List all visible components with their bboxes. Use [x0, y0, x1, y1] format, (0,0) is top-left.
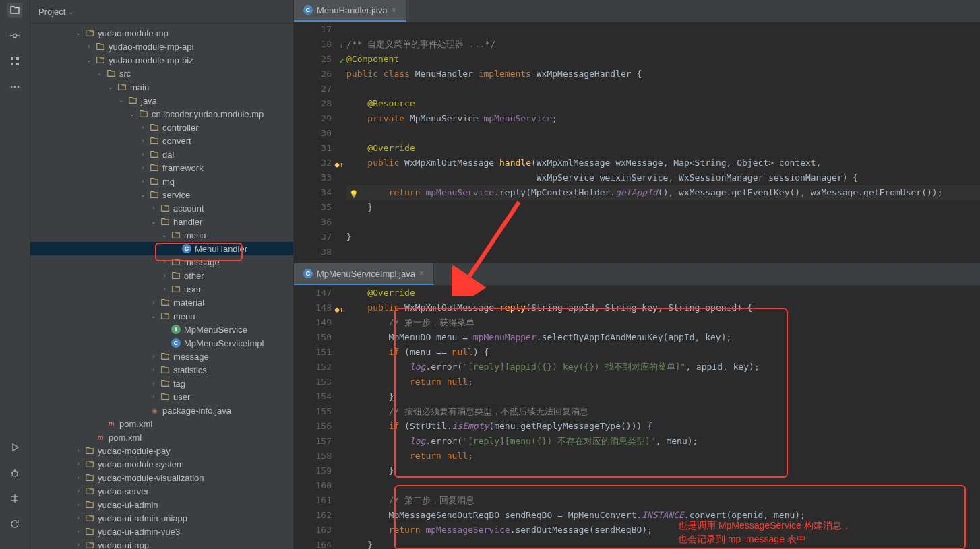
- tree-label: user: [173, 392, 190, 402]
- tree-row[interactable]: ›yudao-module-visualization: [30, 471, 293, 484]
- tab-mpmenuserviceimpl[interactable]: C MpMenuServiceImpl.java ×: [294, 263, 434, 285]
- tree-row[interactable]: ›yudao-ui-admin-vue3: [30, 525, 293, 538]
- folder-icon: [160, 351, 171, 362]
- more-icon[interactable]: [7, 79, 22, 94]
- editor-area: C MenuHandler.java × 1718›25✔26272829303…: [294, 0, 980, 549]
- tree-row[interactable]: ⌄service: [30, 188, 293, 201]
- class-icon: C: [303, 5, 313, 15]
- svg-rect-3: [11, 63, 13, 65]
- project-view-icon[interactable]: [7, 3, 22, 18]
- tree-row[interactable]: ⌄yudao-module-mp-biz: [30, 53, 293, 67]
- folder-icon: [84, 472, 95, 483]
- tree-row[interactable]: ›controller: [30, 121, 293, 134]
- tree-label: pom.xml: [119, 419, 152, 429]
- project-tree[interactable]: ⌄yudao-module-mp›yudao-module-mp-api⌄yud…: [30, 24, 293, 549]
- build-icon[interactable]: [7, 491, 22, 506]
- folder-icon: [84, 499, 95, 510]
- tree-row[interactable]: ›yudao-module-pay: [30, 444, 293, 457]
- tree-label: other: [184, 271, 204, 281]
- tree-row[interactable]: ›yudao-ui-app: [30, 538, 293, 549]
- code-editor-bottom[interactable]: 147148●↑14915015115215315415515615715815…: [294, 286, 980, 549]
- tree-label: yudao-module-visualization: [98, 473, 204, 483]
- tree-label: handler: [173, 217, 202, 227]
- tree-row[interactable]: CMpMenuServiceImpl: [30, 336, 293, 350]
- folder-icon: [84, 540, 95, 549]
- folder-icon: [117, 82, 127, 92]
- project-header[interactable]: Project ⌄: [30, 0, 293, 24]
- svg-rect-1: [11, 57, 13, 60]
- tree-row[interactable]: ›yudao-ui-admin-uniapp: [30, 511, 293, 525]
- debug-icon[interactable]: [7, 465, 22, 480]
- tree-row[interactable]: ›material: [30, 296, 293, 309]
- tree-label: MenuHandler: [195, 244, 247, 254]
- tree-row[interactable]: ⌄menu: [30, 309, 293, 323]
- svg-point-0: [13, 34, 17, 38]
- tree-row[interactable]: mpom.xml: [30, 430, 293, 444]
- folder-icon: [138, 108, 149, 119]
- java-file-icon: ◉: [149, 405, 160, 416]
- tree-row[interactable]: ›statistics: [30, 363, 293, 377]
- tab-menuhandler[interactable]: C MenuHandler.java ×: [294, 0, 406, 22]
- close-icon[interactable]: ×: [392, 5, 396, 15]
- svg-point-9: [12, 471, 18, 476]
- tree-row[interactable]: ⌄src: [30, 67, 293, 80]
- tree-row[interactable]: ›user: [30, 282, 293, 296]
- tree-label: pom.xml: [109, 432, 142, 443]
- folder-icon: [127, 95, 138, 106]
- tree-label: user: [184, 284, 201, 294]
- refresh-icon[interactable]: [7, 517, 22, 531]
- svg-point-5: [11, 86, 13, 88]
- folder-icon: [171, 257, 181, 267]
- tree-label: MpMenuService: [184, 325, 247, 335]
- tree-label: yudao-module-pay: [98, 446, 171, 456]
- tree-row[interactable]: ›convert: [30, 134, 293, 148]
- tree-row[interactable]: ›yudao-module-system: [30, 457, 293, 471]
- class-icon: C: [181, 243, 192, 254]
- tree-row[interactable]: ›account: [30, 201, 293, 215]
- tree-row[interactable]: IMpMenuService: [30, 323, 293, 336]
- folder-icon: [84, 459, 95, 470]
- tree-row[interactable]: ›user: [30, 390, 293, 403]
- folder-icon: [160, 311, 171, 321]
- tree-row[interactable]: ⌄yudao-module-mp: [30, 26, 293, 40]
- tree-row[interactable]: ›mq: [30, 174, 293, 188]
- folder-icon: [171, 284, 181, 294]
- folder-icon: [106, 68, 117, 79]
- tree-row[interactable]: ›yudao-server: [30, 484, 293, 498]
- tree-row[interactable]: ›other: [30, 269, 293, 282]
- folder-icon: [149, 135, 160, 146]
- tree-label: main: [130, 82, 149, 92]
- folder-icon: [160, 364, 171, 375]
- commit-icon[interactable]: [7, 28, 22, 43]
- folder-icon: [84, 28, 95, 38]
- folder-icon: [84, 526, 95, 537]
- tree-row[interactable]: ›message: [30, 255, 293, 269]
- tree-row[interactable]: ⌄main: [30, 80, 293, 94]
- tree-label: menu: [173, 311, 195, 321]
- tree-label: message: [173, 352, 209, 362]
- tree-row[interactable]: ›yudao-ui-admin: [30, 498, 293, 511]
- tree-label: package-info.java: [162, 406, 231, 416]
- code-editor-top[interactable]: 1718›25✔26272829303132●↑3334💡35363738 /*…: [294, 22, 980, 263]
- tree-row[interactable]: ⌄menu: [30, 228, 293, 242]
- tree-row[interactable]: ›framework: [30, 161, 293, 174]
- tree-row[interactable]: ⌄cn.iocoder.yudao.module.mp: [30, 107, 293, 121]
- editor-top: C MenuHandler.java × 1718›25✔26272829303…: [294, 0, 980, 263]
- run-icon[interactable]: [7, 440, 22, 455]
- tree-row[interactable]: ›message: [30, 350, 293, 363]
- tree-label: yudao-ui-admin-uniapp: [98, 513, 187, 523]
- tree-row[interactable]: ›yudao-module-mp-api: [30, 40, 293, 53]
- close-icon[interactable]: ×: [419, 269, 424, 278]
- tree-label: controller: [162, 123, 198, 133]
- tree-label: yudao-module-mp-api: [109, 42, 193, 52]
- tree-row[interactable]: ›tag: [30, 377, 293, 390]
- tree-row[interactable]: ⌄java: [30, 94, 293, 107]
- tree-row[interactable]: ›dal: [30, 148, 293, 161]
- editor-bottom: C MpMenuServiceImpl.java × 147148●↑14915…: [294, 263, 980, 549]
- tree-row[interactable]: mpom.xml: [30, 417, 293, 430]
- tree-row[interactable]: ◉package-info.java: [30, 403, 293, 417]
- tree-row[interactable]: ⌄handler: [30, 215, 293, 228]
- structure-icon[interactable]: [7, 54, 22, 69]
- svg-rect-2: [16, 57, 19, 60]
- tree-row[interactable]: CMenuHandler: [30, 242, 293, 255]
